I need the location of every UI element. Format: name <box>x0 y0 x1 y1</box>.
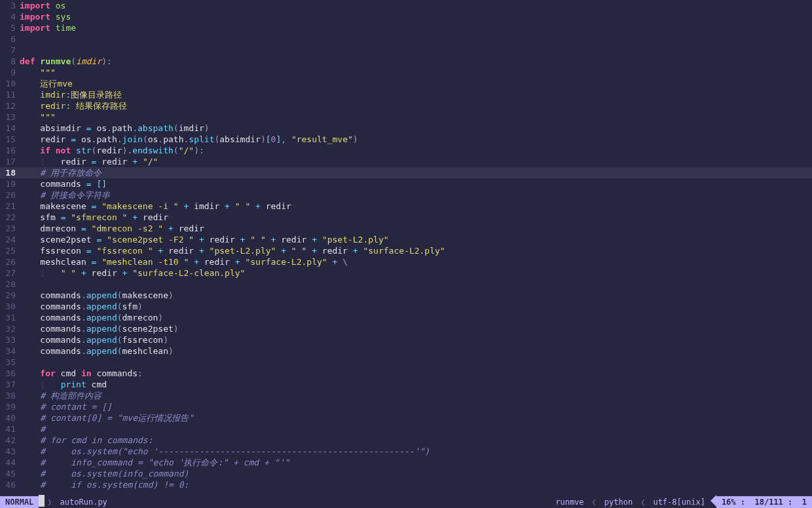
code-content[interactable]: scene2pset = "scene2pset -F2 " + redir +… <box>20 234 812 245</box>
code-line[interactable]: 12 redir: 结果保存路径 <box>0 100 812 111</box>
code-content[interactable]: commands.append(sfm) <box>20 301 812 312</box>
code-line[interactable]: 36 for cmd in commands: <box>0 368 812 379</box>
code-line[interactable]: 42 # for cmd in commands: <box>0 435 812 446</box>
code-content[interactable]: fssrecon = "fssrecon " + redir + "pset-L… <box>20 245 812 256</box>
code-line[interactable]: 14 absimdir = os.path.abspath(imdir) <box>0 123 812 134</box>
code-line[interactable]: 34 commands.append(meshclean) <box>0 345 812 357</box>
code-content[interactable]: ¦ " " + redir + "surface-L2-clean.ply" <box>20 267 812 279</box>
code-content[interactable]: commands.append(fssrecon) <box>20 334 812 345</box>
code-line[interactable]: 25 fssrecon = "fssrecon " + redir + "pse… <box>0 245 812 256</box>
code-content[interactable]: if not str(redir).endswith("/"): <box>20 145 812 156</box>
line-number-gutter: 39 <box>0 401 20 412</box>
code-content[interactable]: # contant[0] = "mve运行情况报告" <box>20 412 812 423</box>
code-content[interactable]: # for cmd in commands: <box>20 435 812 446</box>
line-number-gutter: 3 <box>0 0 20 11</box>
code-content[interactable]: ¦ redir = redir + "/" <box>20 156 812 167</box>
code-content[interactable]: redir = os.path.join(os.path.split(absim… <box>20 134 812 145</box>
code-line[interactable]: 29 commands.append(makescene) <box>0 290 812 301</box>
code-line[interactable]: 44 # info_command = "echo '执行命令:" + cmd … <box>0 457 812 468</box>
code-line[interactable]: 8def runmve(imdir): <box>0 56 812 67</box>
code-line[interactable]: 16 if not str(redir).endswith("/"): <box>0 145 812 156</box>
code-line[interactable]: 46 # if os.system(cmd) != 0: <box>0 479 812 490</box>
code-line[interactable]: 45 # os.system(info_command) <box>0 468 812 479</box>
code-content[interactable]: # 构造部件内容 <box>20 390 812 401</box>
code-content[interactable] <box>20 279 812 290</box>
code-line[interactable]: 13 """ <box>0 111 812 123</box>
code-line[interactable]: 33 commands.append(fssrecon) <box>0 334 812 345</box>
code-line[interactable]: 9 """ <box>0 67 812 78</box>
line-number-gutter: 11 <box>0 89 20 100</box>
code-line[interactable]: 39 # contant = [] <box>0 401 812 412</box>
code-content[interactable]: dmrecon = "dmrecon -s2 " + redir <box>20 223 812 234</box>
code-content[interactable]: commands.append(meshclean) <box>20 345 812 357</box>
code-line[interactable]: 40 # contant[0] = "mve运行情况报告" <box>0 412 812 423</box>
code-content[interactable]: sfm = "sfmrecon " + redir <box>20 212 812 223</box>
code-line[interactable]: 5import time <box>0 22 812 33</box>
code-content[interactable]: # 拼接命令字符串 <box>20 189 812 201</box>
code-content[interactable]: imdir:图像目录路径 <box>20 89 812 100</box>
code-content[interactable]: # os.system("echo '---------------------… <box>20 446 812 457</box>
code-line[interactable]: 32 commands.append(scene2pset) <box>0 323 812 334</box>
code-line[interactable]: 35 <box>0 357 812 368</box>
code-content[interactable]: # contant = [] <box>20 401 812 412</box>
code-content[interactable]: # <box>20 423 812 435</box>
code-content[interactable]: meshclean = "meshclean -t10 " + redir + … <box>20 256 812 267</box>
code-line[interactable]: 10 运行mve <box>0 78 812 89</box>
code-content[interactable]: commands = [] <box>20 178 812 189</box>
code-line[interactable]: 15 redir = os.path.join(os.path.split(ab… <box>0 134 812 145</box>
code-line[interactable]: 28 <box>0 279 812 290</box>
code-content[interactable]: 运行mve <box>20 78 812 89</box>
line-number-gutter: 29 <box>0 290 20 301</box>
code-line[interactable]: 18 # 用于存放命令 <box>0 167 812 178</box>
code-content[interactable]: import sys <box>20 11 812 22</box>
code-line[interactable]: 23 dmrecon = "dmrecon -s2 " + redir <box>0 223 812 234</box>
code-content[interactable] <box>20 33 812 45</box>
language-text: python <box>604 497 633 508</box>
column-number: 1 <box>802 497 807 508</box>
code-line[interactable]: 22 sfm = "sfmrecon " + redir <box>0 212 812 223</box>
code-line[interactable]: 38 # 构造部件内容 <box>0 390 812 401</box>
code-content[interactable]: ¦ print cmd <box>20 379 812 390</box>
code-line[interactable]: 26 meshclean = "meshclean -t10 " + redir… <box>0 256 812 267</box>
code-content[interactable]: """ <box>20 67 812 78</box>
code-content[interactable]: # os.system(info_command) <box>20 468 812 479</box>
code-content[interactable]: # 用于存放命令 <box>20 167 812 178</box>
code-line[interactable]: 4import sys <box>0 11 812 22</box>
code-content[interactable]: for cmd in commands: <box>20 368 812 379</box>
code-content[interactable]: redir: 结果保存路径 <box>20 100 812 111</box>
line-number-gutter: 7 <box>0 45 20 56</box>
code-content[interactable]: commands.append(dmrecon) <box>20 312 812 323</box>
line-number-gutter: 26 <box>0 256 20 267</box>
code-content[interactable]: # if os.system(cmd) != 0: <box>20 479 812 490</box>
code-line[interactable]: 30 commands.append(sfm) <box>0 301 812 312</box>
code-line[interactable]: 6 <box>0 33 812 45</box>
code-area[interactable]: 3import os4import sys5import time678def … <box>0 0 812 496</box>
code-line[interactable]: 19 commands = [] <box>0 178 812 189</box>
code-content[interactable]: makescene = "makescene -i " + imdir + " … <box>20 201 812 212</box>
code-content[interactable]: # info_command = "echo '执行命令:" + cmd + "… <box>20 457 812 468</box>
code-line[interactable]: 21 makescene = "makescene -i " + imdir +… <box>0 201 812 212</box>
code-content[interactable]: """ <box>20 111 812 123</box>
total-lines: 111 <box>769 497 783 508</box>
code-content[interactable]: import time <box>20 22 812 33</box>
code-content[interactable]: absimdir = os.path.abspath(imdir) <box>20 123 812 134</box>
code-line[interactable]: 24 scene2pset = "scene2pset -F2 " + redi… <box>0 234 812 245</box>
code-line[interactable]: 7 <box>0 45 812 56</box>
code-content[interactable]: commands.append(scene2pset) <box>20 323 812 334</box>
code-line[interactable]: 20 # 拼接命令字符串 <box>0 189 812 201</box>
code-content[interactable] <box>20 357 812 368</box>
code-content[interactable] <box>20 45 812 56</box>
line-number-gutter: 31 <box>0 312 20 323</box>
code-line[interactable]: 17 ¦ redir = redir + "/" <box>0 156 812 167</box>
code-content[interactable]: import os <box>20 0 812 11</box>
code-line[interactable]: 27 ¦ " " + redir + "surface-L2-clean.ply… <box>0 267 812 279</box>
code-line[interactable]: 43 # os.system("echo '------------------… <box>0 446 812 457</box>
code-line[interactable]: 41 # <box>0 423 812 435</box>
code-content[interactable]: def runmve(imdir): <box>20 56 812 67</box>
code-content[interactable]: commands.append(makescene) <box>20 290 812 301</box>
code-line[interactable]: 3import os <box>0 0 812 11</box>
code-line[interactable]: 11 imdir:图像目录路径 <box>0 89 812 100</box>
line-number-gutter: 9 <box>0 67 20 78</box>
code-line[interactable]: 37 ¦ print cmd <box>0 379 812 390</box>
code-line[interactable]: 31 commands.append(dmrecon) <box>0 312 812 323</box>
